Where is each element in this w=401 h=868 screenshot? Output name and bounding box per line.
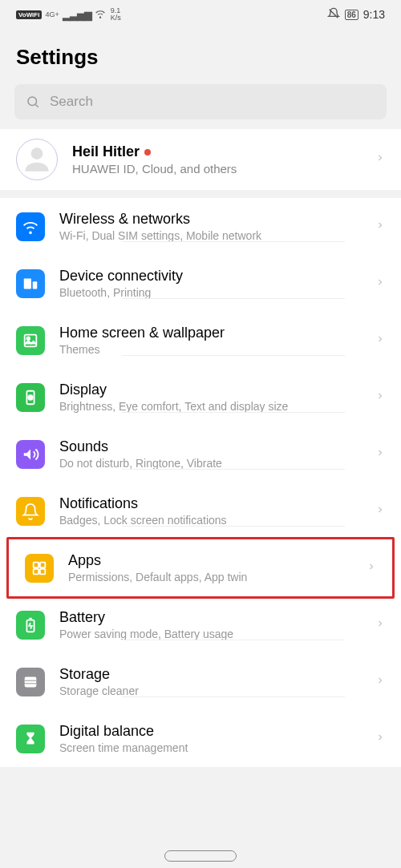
item-title: Device connectivity	[59, 268, 361, 285]
notification-dot-icon	[144, 149, 151, 155]
profile-sub: HUAWEI ID, Cloud, and others	[72, 162, 361, 176]
item-sub: Themes	[59, 343, 361, 356]
item-title: Storage	[59, 666, 361, 683]
svg-rect-15	[25, 676, 37, 687]
settings-item-bell[interactable]: NotificationsBadges, Lock screen notific…	[0, 482, 401, 539]
storage-icon	[16, 668, 45, 696]
item-sub: Brightness, Eye comfort, Text and displa…	[59, 400, 361, 413]
item-title: Digital balance	[59, 723, 361, 740]
chevron-right-icon	[375, 672, 385, 692]
svg-rect-3	[24, 278, 31, 289]
item-sub: Storage cleaner	[59, 684, 361, 697]
chevron-right-icon	[375, 502, 385, 521]
item-text: AppsPermissions, Default apps, App twin	[68, 552, 352, 583]
page-title: Settings	[16, 45, 385, 70]
item-title: Sounds	[59, 438, 361, 455]
search-icon	[26, 95, 40, 109]
chevron-right-icon	[375, 729, 385, 749]
settings-item-storage[interactable]: StorageStorage cleaner	[0, 653, 401, 710]
settings-item-devices[interactable]: Device connectivityBluetooth, Printing	[0, 255, 401, 312]
section-gap	[0, 190, 401, 198]
status-left: VoWiFi 4G+ ▂▃▅▆ 9.1 K/s	[16, 7, 121, 22]
item-sub: Wi-Fi, Dual SIM settings, Mobile network	[59, 229, 361, 242]
settings-item-wifi[interactable]: Wireless & networksWi-Fi, Dual SIM setti…	[0, 198, 401, 255]
item-title: Apps	[68, 552, 352, 569]
item-sub: Bluetooth, Printing	[59, 286, 361, 299]
svg-rect-12	[40, 568, 45, 573]
item-text: NotificationsBadges, Lock screen notific…	[59, 495, 361, 527]
item-title: Display	[59, 382, 361, 398]
svg-point-8	[28, 395, 33, 400]
svg-rect-10	[40, 562, 45, 567]
wallpaper-icon	[16, 326, 45, 355]
item-text: BatteryPower saving mode, Battery usage	[59, 609, 361, 640]
status-bar: VoWiFi 4G+ ▂▃▅▆ 9.1 K/s 86 9:13	[0, 0, 401, 29]
settings-item-wallpaper[interactable]: Home screen & wallpaperThemes	[0, 312, 401, 369]
settings-item-apps[interactable]: AppsPermissions, Default apps, App twin	[9, 539, 392, 596]
settings-item-hourglass[interactable]: Digital balanceScreen time management	[0, 710, 401, 767]
battery-icon	[16, 611, 45, 640]
settings-list: Wireless & networksWi-Fi, Dual SIM setti…	[0, 198, 401, 767]
chevron-right-icon	[375, 150, 385, 169]
mute-icon	[327, 7, 340, 22]
profile-row[interactable]: Heil Hitler HUAWEI ID, Cloud, and others	[0, 129, 401, 190]
vowifi-badge: VoWiFi	[16, 10, 42, 19]
item-title: Battery	[59, 609, 361, 626]
clock: 9:13	[363, 8, 385, 21]
svg-line-1	[35, 104, 38, 107]
status-right: 86 9:13	[327, 7, 385, 22]
profile-text: Heil Hitler HUAWEI ID, Cloud, and others	[72, 143, 361, 176]
hourglass-icon	[16, 725, 45, 753]
page-header: Settings	[0, 29, 401, 79]
svg-rect-9	[34, 562, 38, 567]
item-text: Device connectivityBluetooth, Printing	[59, 268, 361, 299]
network-label: 4G+	[45, 10, 59, 18]
chevron-right-icon	[375, 274, 385, 293]
speed-indicator: 9.1 K/s	[111, 7, 121, 22]
item-sub: Badges, Lock screen notifications	[59, 514, 361, 527]
search-placeholder: Search	[50, 94, 93, 110]
settings-item-battery[interactable]: BatteryPower saving mode, Battery usage	[0, 596, 401, 653]
svg-point-6	[26, 337, 30, 340]
item-text: DisplayBrightness, Eye comfort, Text and…	[59, 382, 361, 413]
item-sub: Power saving mode, Battery usage	[59, 628, 361, 640]
chevron-right-icon	[375, 445, 385, 464]
wifi-icon	[95, 8, 106, 21]
svg-point-2	[31, 147, 43, 159]
item-text: Wireless & networksWi-Fi, Dual SIM setti…	[59, 211, 361, 242]
chevron-right-icon	[375, 331, 385, 350]
settings-item-sound[interactable]: SoundsDo not disturb, Ringtone, Vibrate	[0, 426, 401, 482]
apps-icon	[25, 554, 54, 583]
battery-indicator: 86	[345, 10, 358, 20]
chevron-right-icon	[367, 559, 376, 578]
devices-icon	[16, 269, 45, 298]
search-input[interactable]: Search	[14, 84, 387, 119]
profile-name: Heil Hitler	[72, 143, 140, 160]
svg-point-0	[28, 97, 37, 106]
wifi-icon	[16, 212, 45, 241]
item-sub: Screen time management	[59, 741, 361, 754]
avatar	[16, 139, 58, 180]
bell-icon	[16, 497, 45, 526]
home-indicator[interactable]	[164, 850, 237, 862]
svg-rect-5	[25, 334, 37, 346]
item-title: Home screen & wallpaper	[59, 325, 361, 341]
item-text: SoundsDo not disturb, Ringtone, Vibrate	[59, 438, 361, 470]
item-title: Wireless & networks	[59, 211, 361, 228]
item-text: Home screen & wallpaperThemes	[59, 325, 361, 356]
item-text: StorageStorage cleaner	[59, 666, 361, 697]
item-title: Notifications	[59, 495, 361, 512]
settings-item-display[interactable]: DisplayBrightness, Eye comfort, Text and…	[0, 369, 401, 426]
signal-icon: ▂▃▅▆	[63, 9, 91, 21]
chevron-right-icon	[375, 616, 385, 635]
chevron-right-icon	[375, 217, 385, 236]
chevron-right-icon	[375, 388, 385, 407]
display-icon	[16, 383, 45, 412]
svg-rect-11	[34, 568, 38, 573]
svg-rect-4	[33, 281, 38, 289]
item-sub: Do not disturb, Ringtone, Vibrate	[59, 457, 361, 470]
item-sub: Permissions, Default apps, App twin	[68, 571, 352, 583]
item-text: Digital balanceScreen time management	[59, 723, 361, 754]
sound-icon	[16, 440, 45, 469]
